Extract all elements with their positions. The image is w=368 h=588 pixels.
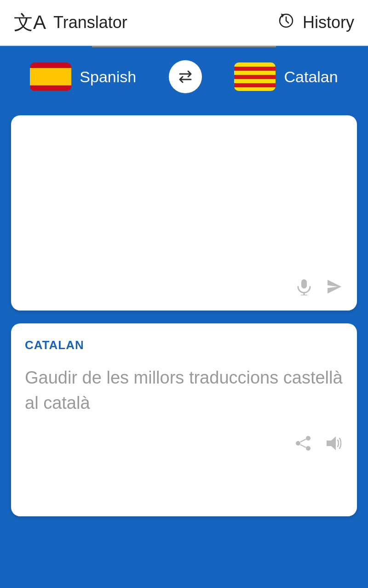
microphone-icon[interactable] xyxy=(295,278,313,300)
svg-point-4 xyxy=(306,436,310,441)
swap-languages-button[interactable] xyxy=(169,60,202,93)
svg-rect-0 xyxy=(301,279,307,288)
target-language-label: Catalan xyxy=(284,68,338,86)
output-actions xyxy=(25,435,343,456)
input-actions xyxy=(25,278,343,300)
svg-line-8 xyxy=(300,445,306,447)
speaker-icon[interactable] xyxy=(325,435,343,456)
translator-title: Translator xyxy=(53,13,127,32)
spanish-flag xyxy=(30,62,71,91)
svg-line-7 xyxy=(300,439,306,442)
history-nav[interactable]: History xyxy=(277,11,354,34)
history-icon xyxy=(277,11,295,34)
source-language-label: Spanish xyxy=(80,68,136,86)
language-selector-bar: Spanish Catalan xyxy=(0,47,368,106)
svg-point-5 xyxy=(296,441,300,446)
translate-icon: 文A xyxy=(14,10,46,35)
source-language-selector[interactable]: Spanish xyxy=(30,62,136,91)
share-icon[interactable] xyxy=(294,435,312,456)
svg-marker-3 xyxy=(328,280,341,294)
input-card xyxy=(11,115,357,311)
source-text-input[interactable] xyxy=(25,130,343,269)
svg-point-6 xyxy=(306,446,310,451)
catalan-flag xyxy=(234,62,276,91)
send-button[interactable] xyxy=(326,278,343,300)
output-card: CATALAN Gaudir de les millors traduccion… xyxy=(11,323,357,516)
target-language-selector[interactable]: Catalan xyxy=(234,62,338,91)
app-header: 文A Translator History xyxy=(0,0,368,46)
output-language-label: CATALAN xyxy=(25,338,343,352)
history-title: History xyxy=(303,13,354,32)
translator-nav[interactable]: 文A Translator xyxy=(14,10,127,35)
svg-marker-9 xyxy=(327,436,336,450)
translated-text: Gaudir de les millors traduccions castel… xyxy=(25,365,343,416)
